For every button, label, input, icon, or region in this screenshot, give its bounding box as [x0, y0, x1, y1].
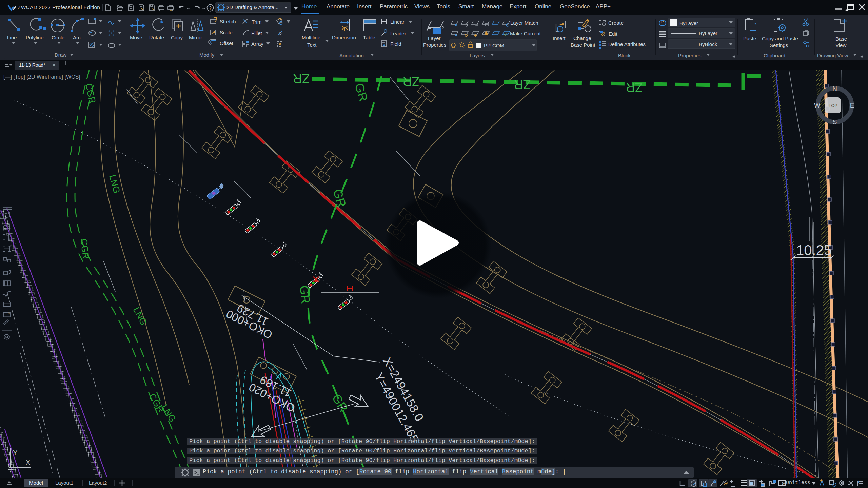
svg-text:LNG: LNG: [131, 306, 149, 327]
svg-text:[—] [Top] [2D Wireframe] [WCS]: [—] [Top] [2D Wireframe] [WCS]: [3, 74, 80, 80]
svg-text:A: A: [383, 43, 386, 47]
svg-text:ZR: ZR: [293, 72, 310, 85]
svg-text:CGR: CGR: [79, 238, 91, 259]
svg-text:ZR: ZR: [403, 74, 419, 88]
svg-text:10.25: 10.25: [796, 242, 832, 258]
svg-text:CGR: CGR: [83, 82, 98, 104]
svg-text:Y: Y: [13, 449, 17, 456]
svg-text:TOP: TOP: [829, 103, 838, 108]
svg-text:GR: GR: [329, 392, 351, 415]
svg-text:GR: GR: [352, 81, 371, 103]
svg-text:ZR: ZR: [626, 80, 643, 94]
svg-text:S: S: [833, 118, 837, 125]
svg-text:X: X: [26, 458, 30, 466]
svg-text:ZR: ZR: [514, 78, 531, 92]
svg-text:0A: 0A: [782, 482, 786, 486]
svg-text:N: N: [832, 85, 837, 92]
svg-text:E: E: [850, 102, 854, 109]
svg-text:?: ?: [209, 5, 212, 11]
svg-text:W: W: [814, 102, 820, 109]
